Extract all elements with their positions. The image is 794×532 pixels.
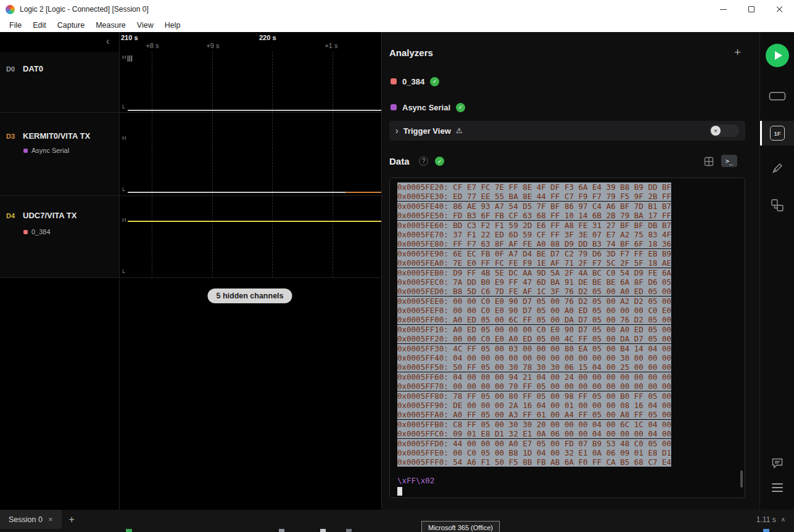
hex-line: 0x0005FEA0: 7E E0 FF FC FE F9 1E AF 71 2…: [397, 258, 737, 268]
time-label: 210 s: [121, 34, 138, 41]
side-panel: Analyzers + 0_384 ✓ Async Serial ✓ › Tri…: [382, 32, 759, 510]
menu-item[interactable]: Capture: [52, 20, 90, 31]
hidden-channels-button[interactable]: 5 hidden channels: [207, 289, 292, 303]
analyzer-item[interactable]: Async Serial ✓: [391, 101, 465, 113]
menu-item[interactable]: File: [4, 20, 27, 31]
start-capture-button[interactable]: [760, 44, 794, 67]
close-button[interactable]: [766, 0, 794, 18]
time-label: +8 s: [146, 42, 159, 49]
terminal-tail-text: \xFF\x02: [397, 476, 737, 485]
channel-row-d4: D4 UDC7/VITA TX 0_384 H L: [0, 196, 381, 278]
channel-plot-d4[interactable]: H L: [119, 196, 381, 277]
minimize-icon: [720, 9, 727, 10]
minimize-button[interactable]: [709, 0, 737, 18]
hex-line: 0x0005FF00: A0 ED 05 00 6C FF 05 00 DA D…: [397, 315, 737, 324]
device-settings-button[interactable]: [760, 91, 794, 102]
hex-line: 0x0005FFB0: C8 FF 05 00 30 30 20 00 00 0…: [397, 420, 737, 429]
channel-label-d4[interactable]: D4 UDC7/VITA TX 0_384: [0, 196, 119, 277]
channel-row-d0: D0 DAT0 H L: [0, 52, 381, 113]
channel-id: D4: [6, 212, 15, 219]
channel-name: UDC7/VITA TX: [23, 211, 77, 220]
if-panel-icon: 1F: [770, 126, 785, 141]
analyzer-item[interactable]: 0_384 ✓: [391, 75, 439, 88]
hex-line: 0x0005FFE0: 00 C0 05 00 B8 1D 04 00 32 E…: [397, 448, 737, 457]
terminal-output[interactable]: 0x0005FE20: CF E7 FC 7E FF 8E 4F DF F3 6…: [389, 178, 745, 498]
signal-line-low: [128, 110, 381, 111]
capture-panel-button[interactable]: 1F: [760, 121, 794, 145]
capture-duration[interactable]: 1.11 s ∧: [756, 515, 785, 524]
taskbar-fragment: [279, 529, 284, 532]
hex-line: 0x0005FE20: CF E7 FC 7E FF 8E 4F DF F3 6…: [397, 182, 737, 192]
analyzer-label: Async Serial: [402, 103, 450, 112]
menu-item[interactable]: Help: [159, 20, 186, 31]
channel-analyzer-name: Async Serial: [31, 147, 69, 154]
add-analyzer-button[interactable]: +: [734, 46, 741, 58]
app-logo-icon: [6, 5, 15, 14]
high-marker: H: [122, 217, 126, 223]
terminal-scrollbar[interactable]: [740, 470, 743, 488]
menu-item[interactable]: Measure: [90, 20, 131, 31]
hex-dump: 0x0005FE20: CF E7 FC 7E FF 8E 4F DF F3 6…: [397, 182, 737, 467]
selected-indicator: [760, 121, 762, 145]
low-marker: L: [122, 268, 125, 274]
blocks-icon: [771, 198, 784, 212]
analyzer-color-icon: [391, 78, 397, 84]
terminal-cursor: [397, 487, 402, 496]
channel-row-d3: D3 KERMIT0/VITA TX Async Serial H L: [0, 113, 381, 196]
taskbar-fragment: [320, 529, 326, 532]
hex-line: 0x0005FFF0: 54 A6 F1 50 F5 8B FB AB 6A F…: [397, 457, 737, 467]
duration-value: 1.11 s: [756, 515, 776, 524]
hex-line: 0x0005FEE0: 00 00 C0 E0 90 D7 05 00 76 D…: [397, 297, 737, 306]
channel-name: KERMIT0/VITA TX: [23, 131, 90, 141]
waveform-section: ‹ 210 s +8 s +9 s 220 s +1 s: [0, 32, 382, 510]
close-tab-icon[interactable]: ×: [48, 515, 53, 524]
hex-line: 0x0005FEB0: D9 FF 4B 5E DC AA 9D 5A 2F 4…: [397, 268, 737, 277]
menu-item[interactable]: View: [131, 20, 159, 31]
collapse-panel-icon[interactable]: ‹: [106, 36, 109, 47]
hex-line: 0x0005FE90: 6E EC FB 0F A7 D4 BE D7 C2 7…: [397, 249, 737, 258]
trigger-view-toggle[interactable]: ×: [709, 125, 739, 137]
session-tab[interactable]: Session 0 ×: [0, 510, 62, 529]
analyzer-label: 0_384: [402, 77, 424, 86]
close-icon: [776, 6, 784, 13]
menu-item[interactable]: Edit: [27, 20, 52, 31]
time-ruler[interactable]: ‹ 210 s +8 s +9 s 220 s +1 s: [0, 32, 381, 52]
channel-plot-d0[interactable]: H L: [119, 52, 381, 112]
time-label: 220 s: [259, 34, 276, 41]
annotations-button[interactable]: [760, 162, 794, 174]
trigger-view-label: Trigger View: [403, 126, 451, 136]
help-icon[interactable]: ?: [419, 157, 428, 166]
hex-line: 0x0005FE40: 86 AE 93 A7 54 D5 7F BF 86 9…: [397, 202, 737, 211]
window-title: Logic 2 [Logic - Connected] [Session 0]: [20, 5, 149, 14]
maximize-button[interactable]: [737, 0, 766, 18]
feedback-button[interactable]: [760, 457, 794, 469]
hex-line: 0x0005FE60: BD C3 F2 F1 59 2D E6 FF A8 F…: [397, 221, 737, 230]
hex-line: 0x0005FE70: 37 F1 22 ED 6D 59 CF FF 3F 3…: [397, 230, 737, 239]
new-session-button[interactable]: +: [69, 514, 75, 525]
taskbar-fragment: [763, 529, 769, 532]
window-controls: [709, 0, 794, 18]
trigger-view-row[interactable]: › Trigger View ⚠ ×: [389, 121, 745, 141]
hex-line: 0x0005FE50: FD B3 6F FB CF 63 68 FF 10 1…: [397, 211, 737, 220]
analyzers-title: Analyzers: [389, 47, 433, 58]
high-marker: H: [122, 54, 126, 60]
signal-line-high: [128, 221, 381, 222]
analyzer-color-icon: [23, 230, 28, 234]
hex-line: 0x0005FF10: A0 ED 05 00 00 00 C0 E0 90 D…: [397, 325, 737, 334]
hex-line: 0x0005FEC0: 7A DD B0 E9 FF 47 6D BA 91 D…: [397, 277, 737, 287]
terminal-view-icon[interactable]: >_: [721, 155, 737, 167]
session-bar: Session 0 × + 1.11 s ∧: [0, 510, 794, 529]
channel-plot-d3[interactable]: H L: [119, 113, 381, 195]
os-taskbar-edge: [0, 529, 794, 532]
channel-id: D0: [6, 65, 15, 73]
channel-name: DAT0: [23, 64, 43, 73]
channel-label-d0[interactable]: D0 DAT0: [0, 52, 119, 112]
channel-analyzer-tag: 0_384: [23, 228, 51, 235]
channel-analyzer-name: 0_384: [31, 228, 51, 235]
extensions-button[interactable]: [760, 198, 794, 212]
close-icon: ×: [711, 126, 721, 136]
capture-start-burst: [128, 55, 133, 62]
channel-label-d3[interactable]: D3 KERMIT0/VITA TX Async Serial: [0, 113, 119, 195]
table-view-icon[interactable]: [704, 157, 714, 169]
main-menu-button[interactable]: [760, 483, 794, 492]
